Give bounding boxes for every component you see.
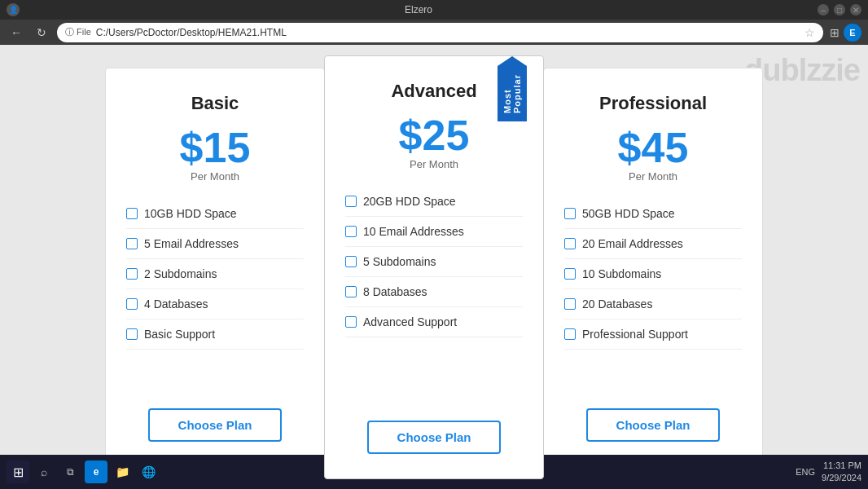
professional-plan-price: $45 xyxy=(618,126,689,169)
time-display: 11:31 PM 9/29/2024 xyxy=(822,460,861,485)
list-item: 5 Email Addresses xyxy=(126,229,304,259)
task-view-button[interactable]: ⧉ xyxy=(59,460,81,483)
basic-plan-card: Basic $15 Per Month 10GB HDD Space 5 Ema… xyxy=(105,68,325,467)
feature-text: 5 Email Addresses xyxy=(144,237,239,250)
feature-text: 20 Email Addresses xyxy=(582,237,683,250)
address-bar[interactable]: ⓘ File C:/Users/PcDoctor/Desktop/HEMA21.… xyxy=(57,23,823,42)
feature-text: Professional Support xyxy=(582,328,688,341)
browser-chrome: 👤 Elzero – □ ✕ ← ↻ ⓘ File C:/Users/PcDoc… xyxy=(0,0,868,45)
list-item: 10 Email Addresses xyxy=(345,217,523,247)
check-icon xyxy=(345,286,357,297)
pricing-container: Basic $15 Per Month 10GB HDD Space 5 Ema… xyxy=(105,55,763,479)
basic-choose-button[interactable]: Choose Plan xyxy=(148,408,283,442)
check-icon xyxy=(345,256,357,267)
list-item: 20GB HDD Space xyxy=(345,187,523,217)
feature-text: 8 Databases xyxy=(363,285,427,298)
most-popular-badge: Most Popular xyxy=(498,56,527,121)
advanced-plan-price: $25 xyxy=(399,114,470,156)
edge-taskbar-icon[interactable]: e xyxy=(85,460,107,483)
advanced-plan-card: Most Popular Advanced $25 Per Month 20GB… xyxy=(324,55,544,479)
check-icon xyxy=(564,268,576,280)
date-display: 9/29/2024 xyxy=(822,472,861,484)
title-bar-left: 👤 xyxy=(7,3,20,16)
browser-title: Elzero xyxy=(20,4,818,15)
browser-actions: ⊞ E xyxy=(830,24,861,42)
list-item: 8 Databases xyxy=(345,277,523,307)
list-item: Advanced Support xyxy=(345,307,523,337)
professional-plan-card: Professional $45 Per Month 50GB HDD Spac… xyxy=(543,68,763,467)
nav-bar: ← ↻ ⓘ File C:/Users/PcDoctor/Desktop/HEM… xyxy=(0,20,868,45)
professional-plan-period: Per Month xyxy=(629,170,677,183)
list-item: 2 Subdomains xyxy=(126,259,304,289)
back-button[interactable]: ← xyxy=(7,24,26,41)
basic-plan-period: Per Month xyxy=(191,170,239,183)
professional-choose-button[interactable]: Choose Plan xyxy=(586,408,721,442)
list-item: Professional Support xyxy=(564,319,742,350)
advanced-features-list: 20GB HDD Space 10 Email Addresses 5 Subd… xyxy=(345,187,523,404)
edge-profile-icon[interactable]: E xyxy=(844,24,861,42)
close-button[interactable]: ✕ xyxy=(850,4,861,15)
advanced-plan-period: Per Month xyxy=(410,158,458,170)
feature-text: 20 Databases xyxy=(582,297,652,311)
feature-text: 5 Subdomains xyxy=(363,255,436,268)
check-icon xyxy=(126,268,138,280)
check-icon xyxy=(126,328,138,340)
bookmark-icon[interactable]: ☆ xyxy=(804,26,815,39)
check-icon xyxy=(126,238,138,249)
profile-icon: 👤 xyxy=(7,3,20,16)
feature-text: 10 Subdomains xyxy=(582,267,661,280)
window-controls[interactable]: – □ ✕ xyxy=(818,4,861,15)
minimize-button[interactable]: – xyxy=(818,4,829,15)
feature-text: 4 Databases xyxy=(144,297,208,311)
list-item: 20 Databases xyxy=(564,289,742,319)
check-icon xyxy=(345,316,357,328)
list-item: 10 Subdomains xyxy=(564,259,742,289)
chrome-taskbar-icon[interactable]: 🌐 xyxy=(137,460,160,483)
clock: 11:31 PM xyxy=(822,460,861,472)
basic-plan-name: Basic xyxy=(191,93,239,114)
taskbar-left: ⊞ ⌕ ⧉ e 📁 🌐 xyxy=(7,460,160,483)
maximize-button[interactable]: □ xyxy=(834,4,845,15)
feature-text: 10 Email Addresses xyxy=(363,225,464,238)
main-content: dublzzie Basic $15 Per Month 10GB HDD Sp… xyxy=(0,45,868,489)
feature-text: 50GB HDD Space xyxy=(582,207,675,220)
list-item: 50GB HDD Space xyxy=(564,199,742,229)
feature-text: 10GB HDD Space xyxy=(144,207,237,220)
advanced-plan-name: Advanced xyxy=(391,81,476,102)
secure-icon: ⓘ File xyxy=(65,26,91,38)
language-indicator: ENG xyxy=(796,467,815,477)
search-taskbar-button[interactable]: ⌕ xyxy=(33,460,55,483)
check-icon xyxy=(564,208,576,219)
professional-features-list: 50GB HDD Space 20 Email Addresses 10 Sub… xyxy=(564,199,742,392)
check-icon xyxy=(564,328,576,340)
refresh-button[interactable]: ↻ xyxy=(33,24,50,41)
advanced-choose-button[interactable]: Choose Plan xyxy=(367,421,502,454)
basic-features-list: 10GB HDD Space 5 Email Addresses 2 Subdo… xyxy=(126,199,304,392)
feature-text: 20GB HDD Space xyxy=(363,195,456,208)
feature-text: 2 Subdomains xyxy=(144,267,217,280)
list-item: 4 Databases xyxy=(126,289,304,319)
list-item: 5 Subdomains xyxy=(345,247,523,277)
title-bar: 👤 Elzero – □ ✕ xyxy=(0,0,868,20)
check-icon xyxy=(126,298,138,310)
check-icon xyxy=(564,238,576,249)
taskbar-right: ENG 11:31 PM 9/29/2024 xyxy=(796,460,861,485)
feature-text: Advanced Support xyxy=(363,315,457,328)
check-icon xyxy=(345,226,357,237)
check-icon xyxy=(564,298,576,310)
basic-plan-price: $15 xyxy=(180,126,251,169)
list-item: 20 Email Addresses xyxy=(564,229,742,259)
url-text: C:/Users/PcDoctor/Desktop/HEMA21.HTML xyxy=(96,27,287,38)
check-icon xyxy=(345,196,357,207)
list-item: 10GB HDD Space xyxy=(126,199,304,229)
file-explorer-icon[interactable]: 📁 xyxy=(111,460,134,483)
extensions-icon[interactable]: ⊞ xyxy=(830,26,840,39)
feature-text: Basic Support xyxy=(144,328,215,341)
start-button[interactable]: ⊞ xyxy=(7,460,29,483)
professional-plan-name: Professional xyxy=(599,93,707,114)
list-item: Basic Support xyxy=(126,319,304,350)
check-icon xyxy=(126,208,138,219)
